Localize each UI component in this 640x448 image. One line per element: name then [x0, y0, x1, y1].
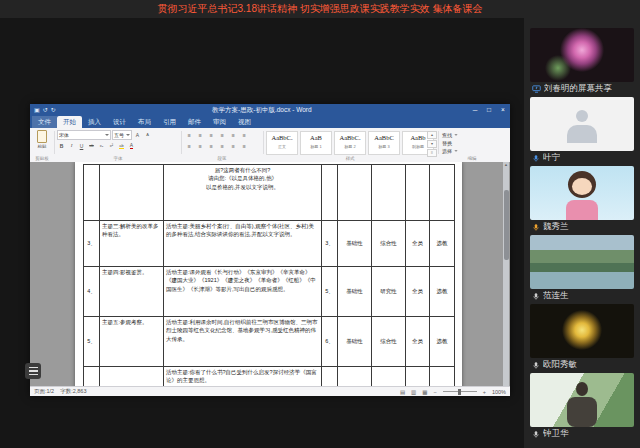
participant-tile[interactable]: 钟卫华: [530, 373, 634, 441]
zoom-out-icon[interactable]: [433, 389, 436, 395]
table-cell: 主题四:影视鉴赏。: [100, 267, 164, 317]
styles-gallery-arrows: [427, 131, 437, 157]
screen-share-icon: [532, 85, 541, 93]
table-cell: 选教: [430, 221, 455, 267]
style-chip[interactable]: AaB 标题 1: [300, 131, 332, 155]
participant-name: 钟卫华: [543, 428, 569, 440]
table-cell: 综合性: [372, 317, 406, 367]
find-button[interactable]: 查找: [442, 131, 458, 138]
numbering-icon[interactable]: [195, 131, 205, 139]
font-size-select[interactable]: 五号: [112, 130, 132, 140]
highlight-color-icon[interactable]: [117, 142, 126, 150]
gallery-down-icon[interactable]: [427, 140, 437, 148]
scroll-up-icon[interactable]: ▲: [503, 162, 509, 168]
font-name-select[interactable]: 宋体: [57, 130, 111, 140]
shrink-font-icon[interactable]: A: [143, 131, 152, 139]
style-chip[interactable]: AaBbC. 正文: [266, 131, 298, 155]
table-cell: 5、: [322, 267, 338, 317]
avatar: [566, 200, 598, 220]
tab-references[interactable]: 引用: [157, 116, 182, 128]
read-mode-icon[interactable]: [400, 389, 405, 395]
meeting-app-window: 贯彻习近平总书记3.18讲话精神 切实增强思政课实践教学实效 集体备课会 教学方…: [0, 0, 640, 448]
increase-indent-icon[interactable]: [228, 131, 238, 139]
gallery-up-icon[interactable]: [427, 131, 437, 139]
table-cell: 4、: [84, 267, 100, 317]
style-chip[interactable]: AaBbC 标题 3: [368, 131, 400, 155]
style-name: 标题 3: [369, 144, 399, 149]
sort-icon[interactable]: [239, 131, 249, 139]
style-sample: AaB: [301, 134, 331, 142]
superscript-icon[interactable]: [107, 142, 116, 150]
participant-label: 刘春明的屏幕共享: [530, 82, 634, 96]
participant-label: 欧阳秀敏: [530, 358, 634, 372]
tab-review[interactable]: 审阅: [207, 116, 232, 128]
table-cell: 全员: [406, 267, 430, 317]
participant-tile[interactable]: 叶宁: [530, 97, 634, 165]
minimize-button[interactable]: [468, 104, 482, 116]
tab-layout[interactable]: 布局: [132, 116, 157, 128]
decrease-indent-icon[interactable]: [217, 131, 227, 139]
tab-file[interactable]: 文件: [32, 116, 57, 128]
tab-view[interactable]: 视图: [232, 116, 257, 128]
save-icon[interactable]: [34, 104, 40, 116]
justify-icon[interactable]: [217, 142, 227, 150]
zoom-slider[interactable]: [443, 391, 477, 392]
participant-label: 钟卫华: [530, 427, 634, 441]
replace-button[interactable]: 替换: [442, 139, 458, 146]
table-cell: 综合性: [372, 221, 406, 267]
strikethrough-icon[interactable]: [87, 142, 96, 150]
underline-icon[interactable]: [77, 142, 86, 150]
table-cell: 活动主题:美丽乡村个案(行、自由等),观察个体(社区、乡村)美的多种看法,结合实…: [164, 221, 322, 267]
zoom-in-icon[interactable]: [483, 389, 486, 395]
table-cell: [372, 165, 406, 221]
subscript-icon[interactable]: [97, 142, 106, 150]
table-row: 3、 主题三:解析美的改革多种看法。 活动主题:美丽乡村个案(行、自由等),观察…: [84, 221, 455, 267]
table-cell: [84, 367, 100, 388]
align-right-icon[interactable]: [206, 142, 216, 150]
vertical-scrollbar[interactable]: ▲: [503, 162, 509, 387]
align-left-icon[interactable]: [184, 142, 194, 150]
editing-group: 查找 替换 选择: [442, 131, 458, 154]
scrollbar-thumb[interactable]: [504, 190, 509, 260]
quick-access-toolbar: [30, 104, 56, 116]
style-chip[interactable]: AaBbC. 标题 2: [334, 131, 366, 155]
table-cell: 6、: [322, 317, 338, 367]
grow-font-icon[interactable]: A: [133, 131, 142, 139]
group-label-paragraph: 段落: [184, 156, 260, 161]
line-spacing-icon[interactable]: [228, 142, 238, 150]
table-row: 5、 主题五:参观考察。 活动主题:利用课余时间,自行组织前往三明市区博物馆、三…: [84, 317, 455, 367]
print-layout-icon[interactable]: [411, 389, 416, 395]
italic-icon[interactable]: [67, 142, 76, 150]
participant-video: [530, 28, 634, 82]
toolbar-toggle-button[interactable]: [25, 363, 41, 379]
avatar: [567, 125, 597, 143]
close-button[interactable]: [496, 104, 510, 116]
tab-mailings[interactable]: 邮件: [182, 116, 207, 128]
participant-tile[interactable]: 魏秀兰: [530, 166, 634, 234]
shading-icon[interactable]: [239, 142, 249, 150]
bold-icon[interactable]: [57, 142, 66, 150]
align-center-icon[interactable]: [195, 142, 205, 150]
zoom-slider-thumb[interactable]: [458, 389, 461, 395]
participant-tile[interactable]: 范连生: [530, 235, 634, 303]
font-color-icon[interactable]: [127, 142, 136, 150]
bullets-icon[interactable]: [184, 131, 194, 139]
tab-insert[interactable]: 插入: [82, 116, 107, 128]
multilevel-list-icon[interactable]: [206, 131, 216, 139]
style-name: 标题 2: [335, 144, 365, 149]
status-bar: 页面:1/2 字数:2,863 100%: [30, 386, 510, 396]
select-button[interactable]: 选择: [442, 147, 458, 154]
tab-home[interactable]: 开始: [57, 116, 82, 128]
maximize-button[interactable]: [482, 104, 496, 116]
table-cell: 全员: [406, 221, 430, 267]
undo-icon[interactable]: [43, 104, 48, 116]
paste-button[interactable]: 粘贴: [32, 130, 52, 149]
table-cell: [322, 367, 338, 388]
web-layout-icon[interactable]: [422, 389, 427, 395]
participant-tile[interactable]: 刘春明的屏幕共享: [530, 28, 634, 96]
tab-design[interactable]: 设计: [107, 116, 132, 128]
table-cell: 活动主题:你看了什么书?自己受到什么启发?探讨经济学《国富论》的主要思想。: [164, 367, 322, 388]
table-cell: [100, 165, 164, 221]
participant-tile[interactable]: 欧阳秀敏: [530, 304, 634, 372]
document-page[interactable]: 届?这两者有什么不同? 请由您:《以是具体格的,他》 以是价格的,并发以文字说明…: [75, 162, 462, 387]
